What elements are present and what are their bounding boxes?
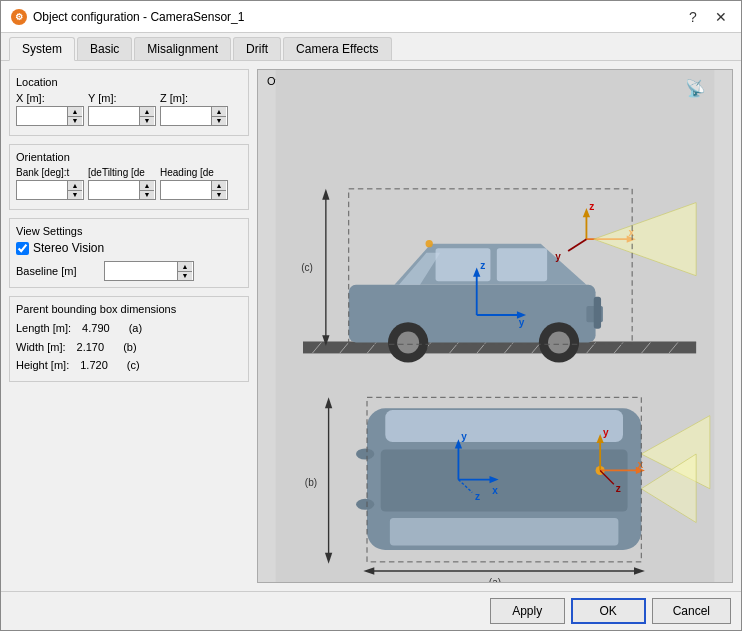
width-value: 2.170 bbox=[77, 341, 105, 353]
svg-text:y: y bbox=[461, 431, 467, 442]
tab-camera-effects[interactable]: Camera Effects bbox=[283, 37, 391, 60]
tab-drift[interactable]: Drift bbox=[233, 37, 281, 60]
svg-point-22 bbox=[397, 331, 419, 353]
svg-text:(b): (b) bbox=[305, 477, 317, 488]
tab-system[interactable]: System bbox=[9, 37, 75, 61]
y-up[interactable]: ▲ bbox=[140, 107, 154, 117]
y-arrows: ▲ ▼ bbox=[139, 107, 154, 125]
z-down[interactable]: ▼ bbox=[212, 117, 226, 126]
location-label: Location bbox=[16, 76, 242, 88]
width-tag: (b) bbox=[123, 341, 136, 353]
main-content: Location X [m]: Y [m]: Z [m]: 1.820 ▲ ▼ bbox=[1, 61, 741, 591]
close-button[interactable]: ✕ bbox=[711, 7, 731, 27]
svg-text:z: z bbox=[475, 491, 480, 502]
orientation-label: Orientation bbox=[16, 151, 242, 163]
tab-misalignment[interactable]: Misalignment bbox=[134, 37, 231, 60]
svg-point-51 bbox=[356, 449, 374, 460]
svg-point-24 bbox=[548, 331, 570, 353]
baseline-arrows: ▲ ▼ bbox=[177, 262, 192, 280]
svg-text:(a): (a) bbox=[489, 577, 501, 582]
tilt-input[interactable]: 0.0 bbox=[89, 181, 139, 199]
orientation-section: Orientation Bank [deg]:t [deTilting [de … bbox=[9, 144, 249, 210]
tilt-up[interactable]: ▲ bbox=[140, 181, 154, 191]
svg-text:z: z bbox=[589, 201, 594, 212]
bank-spinbox[interactable]: 0.0 ▲ ▼ bbox=[16, 180, 84, 200]
y-header: Y [m]: bbox=[88, 92, 156, 104]
z-up[interactable]: ▲ bbox=[212, 107, 226, 117]
height-label: Height [m]: bbox=[16, 359, 69, 371]
window-title: Object configuration - CameraSensor_1 bbox=[33, 10, 244, 24]
length-row: Length [m]: 4.790 (a) bbox=[16, 319, 242, 338]
x-arrows: ▲ ▼ bbox=[67, 107, 82, 125]
svg-text:y: y bbox=[555, 251, 561, 262]
z-header: Z [m]: bbox=[160, 92, 228, 104]
y-spinbox[interactable]: 0.000 ▲ ▼ bbox=[88, 106, 156, 126]
z-spinbox[interactable]: 1.620 ▲ ▼ bbox=[160, 106, 228, 126]
title-bar-controls: ? ✕ bbox=[683, 7, 731, 27]
help-button[interactable]: ? bbox=[683, 7, 703, 27]
tab-basic[interactable]: Basic bbox=[77, 37, 132, 60]
width-row: Width [m]: 2.170 (b) bbox=[16, 338, 242, 357]
width-label: Width [m]: bbox=[16, 341, 66, 353]
height-tag: (c) bbox=[127, 359, 140, 371]
svg-text:z: z bbox=[616, 483, 621, 494]
length-label: Length [m]: bbox=[16, 322, 71, 334]
baseline-input[interactable]: 1.0000 bbox=[105, 262, 177, 280]
stereo-label: Stereo Vision bbox=[33, 241, 104, 255]
title-bar: ⚙ Object configuration - CameraSensor_1 … bbox=[1, 1, 741, 33]
overview-svg: 📡 bbox=[258, 70, 732, 582]
main-window: ⚙ Object configuration - CameraSensor_1 … bbox=[0, 0, 742, 631]
bank-up[interactable]: ▲ bbox=[68, 181, 82, 191]
tilt-down[interactable]: ▼ bbox=[140, 191, 154, 200]
location-section: Location X [m]: Y [m]: Z [m]: 1.820 ▲ ▼ bbox=[9, 69, 249, 136]
x-down[interactable]: ▼ bbox=[68, 117, 82, 126]
x-input[interactable]: 1.820 bbox=[17, 107, 67, 125]
y-input[interactable]: 0.000 bbox=[89, 107, 139, 125]
heading-input[interactable]: 0.0 bbox=[161, 181, 211, 199]
heading-arrows: ▲ ▼ bbox=[211, 181, 226, 199]
title-bar-left: ⚙ Object configuration - CameraSensor_1 bbox=[11, 9, 244, 25]
svg-point-52 bbox=[356, 499, 374, 510]
cancel-button[interactable]: Cancel bbox=[652, 598, 731, 624]
heading-up[interactable]: ▲ bbox=[212, 181, 226, 191]
svg-text:x: x bbox=[638, 459, 644, 470]
location-fields: 1.820 ▲ ▼ 0.000 ▲ ▼ 1.62 bbox=[16, 106, 242, 126]
x-up[interactable]: ▲ bbox=[68, 107, 82, 117]
baseline-down[interactable]: ▼ bbox=[178, 272, 192, 281]
svg-text:x: x bbox=[492, 485, 498, 496]
svg-text:y: y bbox=[603, 427, 609, 438]
stereo-row: Stereo Vision bbox=[16, 241, 242, 255]
bounding-box-section: Parent bounding box dimensions Length [m… bbox=[9, 296, 249, 382]
ok-button[interactable]: OK bbox=[571, 598, 646, 624]
apply-button[interactable]: Apply bbox=[490, 598, 565, 624]
bank-down[interactable]: ▼ bbox=[68, 191, 82, 200]
y-down[interactable]: ▼ bbox=[140, 117, 154, 126]
baseline-label-text: Baseline [m] bbox=[16, 265, 96, 277]
orientation-fields: 0.0 ▲ ▼ 0.0 ▲ ▼ 0.0 bbox=[16, 180, 242, 200]
bank-input[interactable]: 0.0 bbox=[17, 181, 67, 199]
tilt-spinbox[interactable]: 0.0 ▲ ▼ bbox=[88, 180, 156, 200]
length-value: 4.790 bbox=[82, 322, 110, 334]
svg-point-27 bbox=[426, 240, 433, 247]
heading-spinbox[interactable]: 0.0 ▲ ▼ bbox=[160, 180, 228, 200]
bank-header: Bank [deg]:t bbox=[16, 167, 84, 178]
z-arrows: ▲ ▼ bbox=[211, 107, 226, 125]
z-input[interactable]: 1.620 bbox=[161, 107, 211, 125]
tilt-arrows: ▲ ▼ bbox=[139, 181, 154, 199]
svg-rect-49 bbox=[390, 518, 619, 545]
footer: Apply OK Cancel bbox=[1, 591, 741, 630]
baseline-row: Baseline [m] 1.0000 ▲ ▼ bbox=[16, 261, 242, 281]
svg-text:z: z bbox=[480, 260, 485, 271]
stereo-checkbox[interactable] bbox=[16, 242, 29, 255]
length-tag: (a) bbox=[129, 322, 142, 334]
app-icon: ⚙ bbox=[11, 9, 27, 25]
x-spinbox[interactable]: 1.820 ▲ ▼ bbox=[16, 106, 84, 126]
baseline-spinbox[interactable]: 1.0000 ▲ ▼ bbox=[104, 261, 194, 281]
tab-bar: System Basic Misalignment Drift Camera E… bbox=[1, 33, 741, 61]
baseline-up[interactable]: ▲ bbox=[178, 262, 192, 272]
x-header: X [m]: bbox=[16, 92, 84, 104]
svg-rect-50 bbox=[381, 449, 628, 511]
svg-rect-48 bbox=[385, 410, 623, 442]
heading-down[interactable]: ▼ bbox=[212, 191, 226, 200]
bank-arrows: ▲ ▼ bbox=[67, 181, 82, 199]
